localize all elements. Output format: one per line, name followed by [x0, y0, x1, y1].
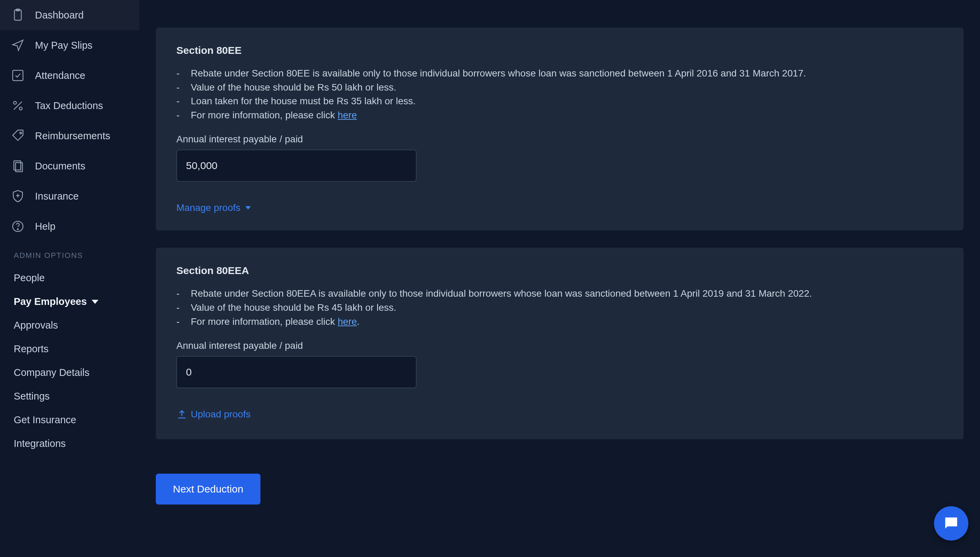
chat-icon: [942, 515, 960, 532]
admin-item-label: Settings: [14, 391, 50, 402]
bullet-suffix: .: [357, 316, 360, 327]
clipboard-icon: [10, 8, 25, 23]
bullet-text: For more information, please click: [191, 110, 338, 121]
annual-interest-label-80eea: Annual interest payable / paid: [176, 340, 943, 351]
admin-item-get-insurance[interactable]: Get Insurance: [0, 408, 139, 432]
bullet-item: For more information, please click here: [176, 108, 943, 122]
annual-interest-input-80ee[interactable]: [176, 150, 417, 182]
send-icon: [10, 38, 25, 53]
sidebar-item-label: Reimbursements: [35, 130, 110, 142]
svg-point-12: [18, 229, 18, 230]
svg-point-5: [19, 107, 22, 110]
section-80ee-title: Section 80EE: [176, 45, 943, 56]
documents-icon: [10, 158, 25, 174]
admin-item-label: Get Insurance: [14, 414, 76, 426]
next-deduction-button[interactable]: Next Deduction: [156, 474, 261, 505]
section-80ee-card: Section 80EE Rebate under Section 80EE i…: [156, 28, 964, 230]
chevron-down-icon: [91, 300, 98, 304]
sidebar-item-label: Insurance: [35, 191, 78, 202]
info-link-80eea[interactable]: here: [338, 316, 357, 327]
shield-plus-icon: [10, 189, 25, 204]
help-icon: [10, 219, 25, 234]
bullet-item: Loan taken for the house must be Rs 35 l…: [176, 94, 943, 108]
admin-item-label: Pay Employees: [14, 296, 87, 307]
sidebar-item-help[interactable]: Help: [0, 211, 139, 241]
bullet-item: Value of the house should be Rs 50 lakh …: [176, 81, 943, 94]
bullet-item: Value of the house should be Rs 45 lakh …: [176, 301, 943, 315]
sidebar-item-payslips[interactable]: My Pay Slips: [0, 30, 139, 60]
sidebar-item-label: Help: [35, 221, 55, 232]
admin-item-label: Company Details: [14, 367, 90, 378]
upload-icon: [176, 409, 188, 420]
manage-proofs-label: Manage proofs: [176, 202, 241, 213]
chat-fab[interactable]: [934, 506, 969, 541]
admin-item-people[interactable]: People: [0, 266, 139, 290]
admin-item-reports[interactable]: Reports: [0, 337, 139, 361]
main-content: Section 80EE Rebate under Section 80EE i…: [139, 0, 980, 557]
admin-item-settings[interactable]: Settings: [0, 384, 139, 408]
sidebar: Dashboard My Pay Slips Attendance Tax De…: [0, 0, 139, 557]
check-square-icon: [10, 68, 25, 83]
bullet-text: For more information, please click: [191, 316, 338, 327]
admin-item-approvals[interactable]: Approvals: [0, 313, 139, 337]
annual-interest-label-80ee: Annual interest payable / paid: [176, 134, 943, 145]
admin-item-label: Integrations: [14, 438, 66, 449]
sidebar-item-label: Tax Deductions: [35, 100, 103, 111]
svg-rect-2: [13, 70, 23, 81]
sidebar-item-label: Dashboard: [35, 10, 84, 21]
tag-icon: [10, 128, 25, 143]
svg-point-4: [14, 101, 16, 104]
sidebar-item-documents[interactable]: Documents: [0, 151, 139, 181]
manage-proofs-link[interactable]: Manage proofs: [176, 202, 251, 213]
admin-item-integrations[interactable]: Integrations: [0, 432, 139, 456]
section-80eea-title: Section 80EEA: [176, 265, 943, 277]
admin-item-label: Reports: [14, 343, 49, 355]
upload-proofs-link[interactable]: Upload proofs: [176, 409, 251, 420]
bullet-item: Rebate under Section 80EEA is available …: [176, 287, 943, 301]
svg-line-3: [14, 101, 21, 109]
section-80ee-bullets: Rebate under Section 80EE is available o…: [176, 67, 943, 122]
svg-point-6: [20, 132, 21, 134]
section-80eea-card: Section 80EEA Rebate under Section 80EEA…: [156, 248, 964, 439]
admin-item-label: Approvals: [14, 320, 58, 331]
sidebar-item-label: My Pay Slips: [35, 40, 93, 51]
chevron-down-icon: [245, 206, 251, 210]
upload-proofs-label: Upload proofs: [191, 409, 251, 420]
admin-item-pay-employees[interactable]: Pay Employees: [0, 290, 139, 313]
section-80eea-bullets: Rebate under Section 80EEA is available …: [176, 287, 943, 329]
bullet-item: Rebate under Section 80EE is available o…: [176, 67, 943, 81]
percent-icon: [10, 98, 25, 113]
admin-options-header: ADMIN OPTIONS: [0, 241, 139, 266]
sidebar-item-tax-deductions[interactable]: Tax Deductions: [0, 91, 139, 121]
admin-item-company-details[interactable]: Company Details: [0, 361, 139, 384]
sidebar-item-dashboard[interactable]: Dashboard: [0, 0, 139, 30]
admin-item-label: People: [14, 272, 45, 283]
bullet-item: For more information, please click here.: [176, 315, 943, 329]
sidebar-item-label: Documents: [35, 161, 85, 172]
info-link-80ee[interactable]: here: [338, 110, 357, 121]
sidebar-item-label: Attendance: [35, 70, 85, 81]
annual-interest-input-80eea[interactable]: [176, 356, 417, 388]
sidebar-item-insurance[interactable]: Insurance: [0, 181, 139, 211]
sidebar-item-attendance[interactable]: Attendance: [0, 60, 139, 91]
svg-rect-0: [15, 10, 21, 20]
sidebar-item-reimbursements[interactable]: Reimbursements: [0, 121, 139, 151]
